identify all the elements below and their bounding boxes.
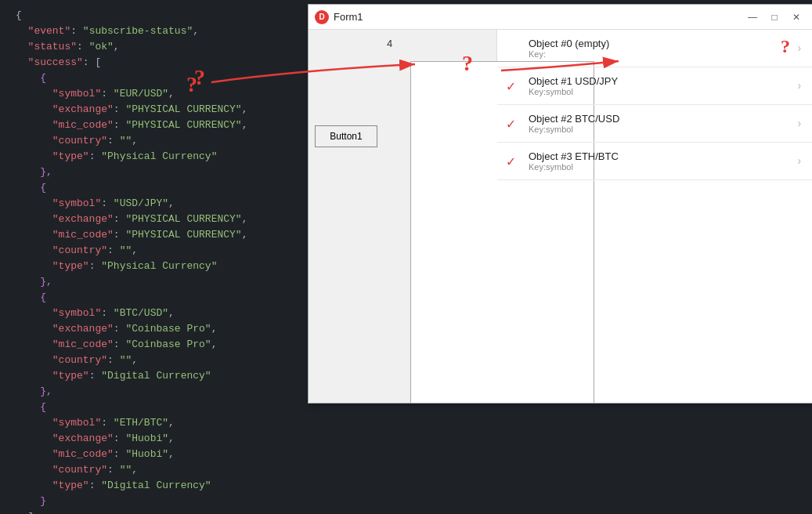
code-line: "country": "",: [16, 353, 298, 368]
check-icon-1: ✓: [507, 78, 522, 95]
code-line: "exchange": "PHYSICAL CURRENCY",: [16, 212, 298, 227]
code-line: "type": "Digital Currency": [16, 478, 298, 494]
code-line: "success": [: [16, 55, 298, 71]
code-line: "type": "Physical Currency": [16, 149, 298, 165]
object-item-1[interactable]: ✓ Object #1 USD/JPY Key:symbol ›: [497, 67, 812, 105]
object-sub-0: Key:: [529, 49, 796, 59]
object-item-0[interactable]: Object #0 (empty) Key: ? ›: [497, 30, 812, 67]
object-title-3: Object #3 ETH/BTC: [529, 150, 796, 162]
code-line: ],: [16, 509, 298, 514]
code-line: },: [16, 384, 298, 400]
window-title: Form1: [334, 11, 743, 23]
code-line: "country": "",: [16, 462, 298, 478]
code-line: "exchange": "Huobi",: [16, 431, 298, 447]
code-line: "symbol": "EUR/USD",: [16, 86, 298, 102]
chevron-icon-0: ›: [796, 42, 803, 55]
window-controls: — □ ✕: [743, 9, 806, 25]
object-item-2[interactable]: ✓ Object #2 BTC/USD Key:symbol ›: [497, 105, 812, 143]
check-icon-2: ✓: [507, 115, 522, 132]
code-line: "type": "Physical Currency": [16, 259, 298, 274]
code-line: "symbol": "ETH/BTC",: [16, 415, 298, 431]
close-button[interactable]: ✕: [787, 9, 806, 25]
chevron-icon-2: ›: [796, 118, 803, 130]
code-line: "symbol": "BTC/USD",: [16, 306, 298, 321]
object-info-0: Object #0 (empty) Key:: [529, 38, 796, 59]
code-line: "mic_code": "PHYSICAL CURRENCY",: [16, 227, 298, 243]
title-bar: D Form1 — □ ✕: [309, 5, 812, 30]
code-line: "exchange": "PHYSICAL CURRENCY",: [16, 102, 298, 118]
object-title-1: Object #1 USD/JPY: [529, 75, 796, 87]
code-line: "country": "",: [16, 243, 298, 259]
object-sub-1: Key:symbol: [529, 87, 796, 96]
form-left-panel: 4 Button1: [309, 30, 496, 403]
object-sub-3: Key:symbol: [529, 162, 796, 172]
form-content: 4 Button1 Object #0 (empty) Key: ? › ✓ O…: [309, 30, 812, 403]
code-line: "mic_code": "Coinbase Pro",: [16, 337, 298, 353]
form-window: D Form1 — □ ✕ 4 Button1 Object #0 (empty…: [308, 4, 812, 404]
object-title-2: Object #2 BTC/USD: [529, 113, 796, 125]
code-line: "status": "ok",: [16, 39, 298, 55]
app-icon: D: [315, 10, 329, 24]
minimize-button[interactable]: —: [743, 9, 762, 25]
annotation-qmark-3: ?: [781, 36, 790, 57]
chevron-icon-3: ›: [796, 155, 803, 168]
code-line: "exchange": "Coinbase Pro",: [16, 321, 298, 337]
code-line: "type": "Digital Currency": [16, 368, 298, 384]
code-line: {: [16, 71, 298, 86]
code-line: "mic_code": "PHYSICAL CURRENCY",: [16, 118, 298, 133]
object-info-1: Object #1 USD/JPY Key:symbol: [529, 75, 796, 96]
button1[interactable]: Button1: [315, 125, 377, 147]
object-item-3[interactable]: ✓ Object #3 ETH/BTC Key:symbol ›: [497, 143, 812, 180]
form-number: 4: [387, 38, 392, 49]
code-line: },: [16, 274, 298, 290]
object-info-2: Object #2 BTC/USD Key:symbol: [529, 113, 796, 134]
code-line: "event": "subscribe-status",: [16, 24, 298, 39]
check-icon-3: ✓: [507, 153, 522, 170]
code-line: },: [16, 165, 298, 180]
chevron-icon-1: ›: [796, 80, 803, 92]
object-info-3: Object #3 ETH/BTC Key:symbol: [529, 150, 796, 172]
code-line: "country": "",: [16, 133, 298, 149]
code-editor: { "event": "subscribe-status", "status":…: [0, 0, 305, 514]
code-line: }: [16, 494, 298, 509]
annotation-qmark-1: ?: [186, 72, 197, 97]
code-line: {: [16, 180, 298, 196]
object-title-0: Object #0 (empty): [529, 38, 796, 49]
object-sub-2: Key:symbol: [529, 125, 796, 134]
code-line: {: [16, 290, 298, 306]
code-line: {: [16, 400, 298, 415]
code-line: "symbol": "USD/JPY",: [16, 196, 298, 212]
code-line: "mic_code": "Huobi",: [16, 447, 298, 462]
code-line: {: [16, 8, 298, 24]
maximize-button[interactable]: □: [765, 9, 784, 25]
